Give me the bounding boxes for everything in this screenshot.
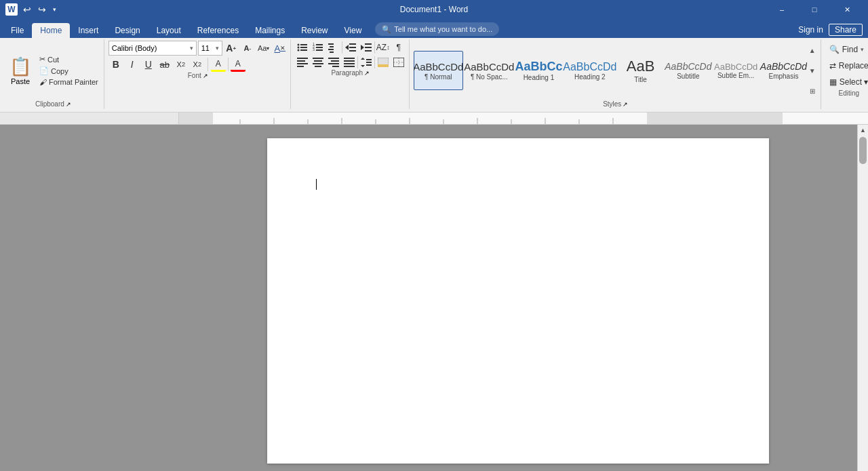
tab-references[interactable]: References bbox=[189, 23, 247, 38]
title-bar-left: W ↩ ↪ ▾ bbox=[5, 3, 59, 16]
style-subtitle[interactable]: AaBbCcDd Subtitle bbox=[665, 51, 712, 90]
align-right-button[interactable] bbox=[326, 56, 341, 69]
tab-layout[interactable]: Layout bbox=[149, 23, 189, 38]
styles-group: AaBbCcDd ¶ Normal AaBbCcDd ¶ No Spac... … bbox=[411, 39, 821, 109]
increase-indent-button[interactable] bbox=[359, 41, 374, 54]
maximize-button[interactable]: □ bbox=[799, 0, 830, 19]
styles-expand-icon[interactable]: ↗ bbox=[623, 101, 628, 108]
style-h1-label: Heading 1 bbox=[524, 74, 555, 81]
clear-format-button[interactable]: A✕ bbox=[273, 41, 288, 56]
svg-rect-52 bbox=[179, 112, 213, 124]
find-button[interactable]: 🔍 Find ▾ bbox=[825, 42, 868, 57]
svg-rect-11 bbox=[316, 49, 323, 51]
strikethrough-button[interactable]: ab bbox=[157, 57, 172, 72]
shading-button[interactable] bbox=[376, 56, 391, 69]
paragraph-expand-icon[interactable]: ↗ bbox=[364, 70, 370, 77]
svg-rect-37 bbox=[344, 60, 355, 62]
scroll-up-button[interactable]: ▲ bbox=[858, 125, 869, 136]
scroll-thumb[interactable] bbox=[859, 137, 867, 164]
format-painter-button[interactable]: 🖌 Format Painter bbox=[37, 77, 101, 87]
styles-scroll-up[interactable]: ▲ bbox=[807, 41, 818, 60]
svg-rect-27 bbox=[297, 66, 304, 67]
copy-button[interactable]: 📄 Copy bbox=[37, 66, 101, 76]
style-subtle-em[interactable]: AaBbCcDd Subtle Em... bbox=[713, 51, 759, 90]
close-button[interactable]: ✕ bbox=[831, 0, 863, 19]
sort-button[interactable]: AZ↕ bbox=[376, 41, 391, 54]
replace-button[interactable]: ⇄ Replace bbox=[825, 58, 868, 73]
cut-button[interactable]: ✂ Cut bbox=[37, 54, 101, 64]
styles-more-button[interactable]: ⊞ bbox=[807, 81, 818, 100]
share-button[interactable]: Share bbox=[829, 24, 863, 36]
style-normal[interactable]: AaBbCcDd ¶ Normal bbox=[414, 51, 463, 90]
line-spacing-button[interactable] bbox=[359, 56, 374, 69]
font-name-dropdown[interactable]: Calibri (Body) ▾ bbox=[108, 41, 197, 56]
ribbon: 📋 Paste ✂ Cut 📄 Copy 🖌 Format Painter bbox=[0, 38, 868, 112]
tab-file[interactable]: File bbox=[3, 23, 32, 38]
align-left-button[interactable] bbox=[295, 56, 310, 69]
sign-in-area[interactable]: Sign in Share bbox=[798, 24, 868, 38]
grow-font-button[interactable]: A+ bbox=[224, 41, 239, 56]
search-icon: 🔍 bbox=[382, 25, 391, 34]
style-no-spacing[interactable]: AaBbCcDd ¶ No Spac... bbox=[465, 51, 514, 90]
bold-button[interactable]: B bbox=[108, 57, 123, 72]
clipboard-content: 📋 Paste ✂ Cut 📄 Copy 🖌 Format Painter bbox=[5, 41, 101, 100]
clipboard-group: 📋 Paste ✂ Cut 📄 Copy 🖌 Format Painter bbox=[3, 39, 104, 109]
align-center-button[interactable] bbox=[311, 56, 326, 69]
paste-button[interactable]: 📋 Paste bbox=[5, 55, 35, 87]
svg-point-2 bbox=[297, 47, 299, 49]
document-page[interactable] bbox=[267, 138, 769, 464]
customize-qat[interactable]: ▾ bbox=[50, 5, 59, 14]
editing-label-row: Editing bbox=[825, 89, 868, 97]
multilevel-button[interactable] bbox=[326, 41, 341, 54]
svg-rect-53 bbox=[647, 112, 783, 124]
justify-button[interactable] bbox=[342, 56, 357, 69]
svg-rect-21 bbox=[365, 43, 372, 45]
tab-insert[interactable]: Insert bbox=[70, 23, 106, 38]
tab-mailings[interactable]: Mailings bbox=[247, 23, 293, 38]
tab-review[interactable]: Review bbox=[293, 23, 336, 38]
font-separator2 bbox=[228, 58, 229, 71]
select-button[interactable]: ▦ Select ▾ bbox=[825, 75, 868, 89]
paragraph-group: 1.2.3. AZ↕ ¶ bbox=[292, 39, 410, 109]
shrink-font-button[interactable]: A- bbox=[240, 41, 255, 56]
tab-view[interactable]: View bbox=[336, 23, 370, 38]
svg-rect-22 bbox=[365, 47, 372, 48]
text-highlight-button[interactable]: A bbox=[211, 57, 226, 72]
subscript-button[interactable]: X2 bbox=[174, 57, 189, 72]
show-marks-button[interactable]: ¶ bbox=[391, 41, 406, 54]
svg-point-4 bbox=[297, 49, 299, 52]
numbering-button[interactable]: 1.2.3. bbox=[311, 41, 326, 54]
tell-me-input[interactable]: 🔍 Tell me what you want to do... bbox=[375, 22, 499, 36]
styles-label-row: Styles ↗ bbox=[414, 100, 818, 108]
tab-design[interactable]: Design bbox=[106, 23, 148, 38]
bullets-button[interactable] bbox=[295, 41, 310, 54]
italic-button[interactable]: I bbox=[125, 57, 140, 72]
decrease-indent-button[interactable] bbox=[343, 41, 358, 54]
superscript-button[interactable]: X2 bbox=[190, 57, 205, 72]
clipboard-expand-icon[interactable]: ↗ bbox=[66, 101, 71, 108]
undo-button[interactable]: ↩ bbox=[20, 3, 34, 16]
styles-scroll-down[interactable]: ▼ bbox=[807, 61, 818, 80]
change-case-button[interactable]: Aa▾ bbox=[256, 41, 271, 56]
minimize-button[interactable]: – bbox=[766, 0, 797, 19]
font-size-value: 11 bbox=[201, 44, 210, 52]
scroll-track[interactable] bbox=[858, 136, 868, 471]
svg-rect-38 bbox=[344, 63, 355, 64]
tab-home[interactable]: Home bbox=[32, 23, 70, 38]
find-label: Find bbox=[842, 45, 858, 54]
font-row-1: Calibri (Body) ▾ 11 ▾ A+ A- Aa▾ A✕ bbox=[108, 41, 288, 56]
font-expand-icon[interactable]: ↗ bbox=[203, 73, 208, 79]
redo-button[interactable]: ↪ bbox=[35, 3, 49, 16]
style-emphasis[interactable]: AaBbCcDd Emphasis bbox=[760, 51, 807, 90]
style-normal-sample: AaBbCcDd bbox=[414, 61, 464, 73]
svg-rect-34 bbox=[328, 63, 339, 64]
underline-button[interactable]: U bbox=[141, 57, 156, 72]
doc-scroll-area[interactable] bbox=[179, 125, 857, 471]
style-title[interactable]: AaB Title bbox=[618, 51, 664, 90]
borders-button[interactable] bbox=[391, 56, 406, 69]
style-heading2[interactable]: AaBbCcDd Heading 2 bbox=[564, 51, 616, 90]
style-heading1[interactable]: AaBbCc Heading 1 bbox=[515, 51, 562, 90]
svg-rect-44 bbox=[366, 64, 372, 66]
font-color-button[interactable]: A bbox=[231, 57, 245, 72]
font-size-dropdown[interactable]: 11 ▾ bbox=[198, 41, 222, 56]
